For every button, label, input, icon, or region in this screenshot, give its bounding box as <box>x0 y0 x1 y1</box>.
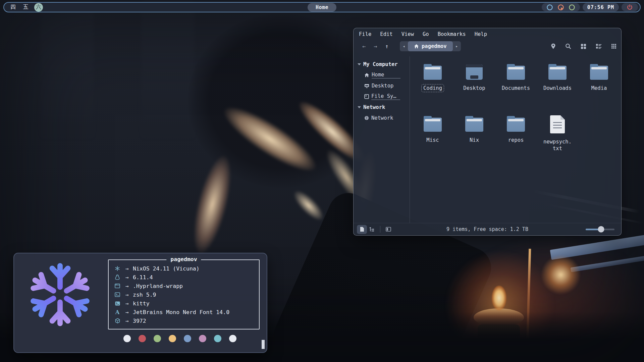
file-item-newpsych-txt[interactable]: newpsych.txt <box>537 113 578 165</box>
path-scroll-left-icon[interactable]: ◂ <box>400 41 408 51</box>
menu-view[interactable]: View <box>401 31 414 37</box>
wallpaper-shape <box>40 0 94 141</box>
file-item-media[interactable]: Media <box>578 61 620 113</box>
file-item-coding[interactable]: Coding <box>412 61 453 113</box>
terminal-window[interactable]: pagedmov → NixOS 24.11 (Vicuna) → 6.11.4 <box>13 253 267 353</box>
path-bar: ◂ pagedmov ▸ <box>400 41 461 51</box>
menu-edit[interactable]: Edit <box>380 31 392 37</box>
back-icon[interactable]: ← <box>358 43 370 50</box>
arrow: → <box>121 283 133 289</box>
menu-bookmarks[interactable]: Bookmarks <box>438 31 466 37</box>
path-segment-home[interactable]: pagedmov <box>408 41 453 51</box>
file-label: Misc <box>424 136 441 144</box>
fetch-value: .Hyprland-wrapp <box>133 283 183 289</box>
zoom-slider-knob[interactable] <box>598 226 604 233</box>
arrow: → <box>121 318 133 324</box>
arrow: → <box>121 300 133 307</box>
palette-dot-blue <box>184 335 191 342</box>
nixos-logo <box>25 260 95 329</box>
show-tree-pane-button[interactable] <box>367 225 377 234</box>
globe-icon <box>364 116 369 120</box>
search-icon[interactable] <box>565 43 571 49</box>
folder-icon <box>465 118 483 132</box>
location-pin-icon[interactable] <box>551 43 556 49</box>
wallpaper-candle-base <box>478 324 520 345</box>
status-bar: 四 五 六 Home 07:56 PM <box>3 2 641 12</box>
wallpaper-candle-glow <box>443 248 557 362</box>
window-manager-icon <box>113 284 121 288</box>
sidebar-section-network[interactable]: Network <box>354 102 410 113</box>
power-icon <box>627 4 633 10</box>
file-label: Desktop <box>461 84 487 92</box>
sidebar-section-my-computer[interactable]: My Computer <box>354 59 410 70</box>
fetch-row-shell: → zsh 5.9 <box>113 290 259 299</box>
file-item-nix[interactable]: Nix <box>453 113 495 165</box>
palette-dot-magenta <box>199 335 206 342</box>
path-scroll-right-icon[interactable]: ▸ <box>453 41 461 51</box>
wallpaper-plank <box>550 234 644 260</box>
arrow: → <box>121 292 133 298</box>
status-text: 9 items, Free space: 1.2 TB <box>446 226 528 232</box>
toggle-side-pane-button[interactable] <box>383 225 393 234</box>
forward-icon[interactable]: → <box>370 43 381 50</box>
menubar: File Edit View Go Bookmarks Help <box>354 28 621 39</box>
workspace-5[interactable]: 五 <box>21 3 30 12</box>
file-item-repos[interactable]: repos <box>495 113 537 165</box>
sidebar-item-label: File Sy… <box>371 93 400 100</box>
packages-icon <box>113 318 121 323</box>
blue-circle-indicator-icon[interactable] <box>546 4 553 11</box>
palette-dot-white <box>123 335 131 342</box>
terminal-cursor[interactable] <box>262 340 265 349</box>
power-button[interactable] <box>622 3 638 11</box>
file-item-downloads[interactable]: Downloads <box>537 61 578 113</box>
sidebar-item-network[interactable]: Network <box>354 113 410 123</box>
show-files-pane-button[interactable] <box>357 225 367 234</box>
clock: 07:56 PM <box>583 3 619 11</box>
zoom-slider[interactable] <box>586 229 614 230</box>
fetch-row-terminal: → kitty <box>113 299 259 308</box>
list-view-icon[interactable] <box>596 44 602 49</box>
up-icon[interactable]: ↑ <box>381 43 392 50</box>
statusbar: 9 items, Free space: 1.2 TB <box>354 223 621 235</box>
active-window-title: Home <box>308 3 336 12</box>
file-item-documents[interactable]: Documents <box>495 61 537 113</box>
orange-record-indicator-icon[interactable] <box>557 4 564 11</box>
palette-dot-green <box>154 335 161 342</box>
fetch-value: JetBrains Mono Nerd Font 14.0 <box>133 309 229 315</box>
sidebar-item-home[interactable]: Home <box>354 70 410 80</box>
fetch-row-wm: → .Hyprland-wrapp <box>113 282 259 290</box>
fetch-value: kitty <box>133 300 150 307</box>
fetch-value: 3972 <box>133 318 146 324</box>
menu-help[interactable]: Help <box>475 31 487 37</box>
menu-file[interactable]: File <box>359 31 371 37</box>
terminal-color-palette <box>123 335 236 342</box>
sidebar-item-desktop[interactable]: Desktop <box>354 80 410 91</box>
fetch-row-kernel: → 6.11.4 <box>113 273 259 282</box>
terminal-icon <box>113 301 121 306</box>
arrow: → <box>121 265 133 272</box>
wallpaper-hair-strand <box>186 152 238 257</box>
fetch-row-font: A → JetBrains Mono Nerd Font 14.0 <box>113 308 259 316</box>
fetch-row-packages: → 3972 <box>113 316 259 325</box>
home-icon <box>414 44 419 49</box>
compact-view-icon[interactable] <box>611 44 616 49</box>
folder-icon <box>424 66 442 80</box>
file-item-misc[interactable]: Misc <box>412 113 453 165</box>
icon-view-icon[interactable] <box>581 44 586 49</box>
file-item-desktop[interactable]: Desktop <box>453 61 495 113</box>
menu-go[interactable]: Go <box>423 31 429 37</box>
sidebar-item-file-system[interactable]: File Sy… <box>354 91 410 102</box>
folder-icon <box>507 118 525 132</box>
wallpaper-shape <box>141 0 195 141</box>
workspace-6-active[interactable]: 六 <box>34 3 43 12</box>
wallpaper-candle-flame <box>492 286 506 310</box>
wallpaper-plank <box>571 254 644 273</box>
wallpaper-silhouette <box>188 13 376 188</box>
sidebar: My Computer Home Desktop File Sy… Networ… <box>354 56 410 223</box>
workspace-4[interactable]: 四 <box>9 3 17 12</box>
folder-icon <box>590 66 608 80</box>
drive-icon <box>364 94 369 99</box>
green-circle-indicator-icon[interactable] <box>569 4 575 11</box>
sidebar-item-label: Network <box>371 115 393 121</box>
wallpaper-lantern-pole <box>526 249 531 359</box>
